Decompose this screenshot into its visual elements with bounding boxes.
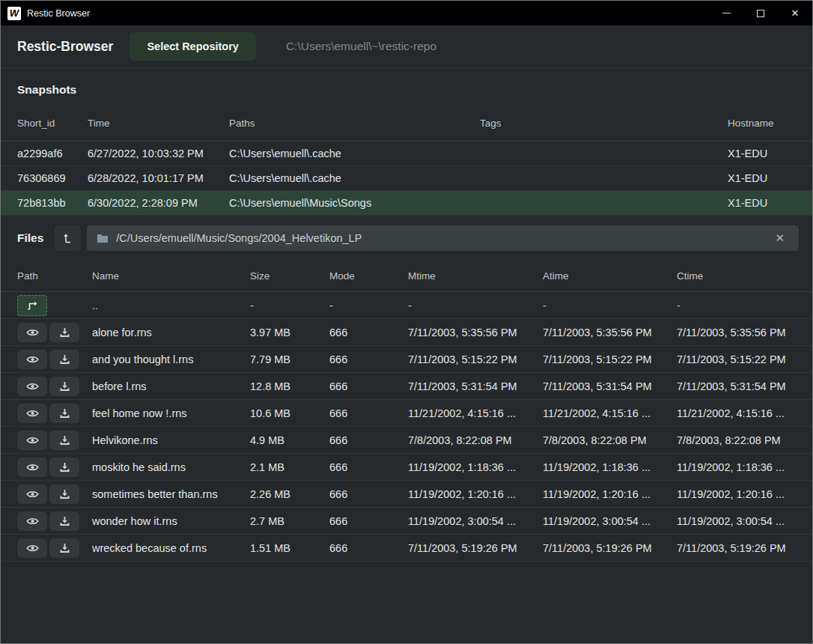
- file-mode: -: [329, 300, 408, 312]
- file-mtime: 11/19/2002, 1:18:36 ...: [408, 461, 543, 473]
- current-path-input[interactable]: /C/Users/emuell/Music/Songs/2004_Helveti…: [87, 225, 799, 251]
- snapshot-paths: C:\Users\emuell\Music\Songs: [229, 197, 480, 209]
- file-mtime: 11/21/2002, 4:15:16 ...: [408, 407, 543, 419]
- snapshot-row[interactable]: a2299af6 6/27/2022, 10:03:32 PM C:\Users…: [1, 142, 812, 166]
- close-icon: ✕: [791, 7, 800, 19]
- file-row[interactable]: alone for.rns 3.97 MB 666 7/11/2003, 5:3…: [1, 319, 812, 346]
- file-row[interactable]: feel home now !.rns 10.6 MB 666 11/21/20…: [1, 400, 812, 427]
- preview-file-button[interactable]: [17, 484, 47, 504]
- eye-icon: [26, 381, 39, 392]
- snapshot-short-id: 76306869: [17, 172, 88, 184]
- column-header-path: Path: [17, 270, 92, 282]
- preview-file-button[interactable]: [17, 431, 47, 450]
- column-header-tags: Tags: [480, 118, 728, 129]
- snapshot-row[interactable]: 76306869 6/28/2022, 10:01:17 PM C:\Users…: [1, 166, 812, 191]
- minimize-button[interactable]: [709, 1, 743, 25]
- parent-directory-button[interactable]: [17, 295, 47, 316]
- file-size: 2.26 MB: [250, 488, 329, 500]
- clear-path-button[interactable]: ✕: [767, 231, 789, 246]
- file-name: wrecked because of.rns: [92, 542, 250, 554]
- file-row[interactable]: wonder how it.rns 2.7 MB 666 11/19/2002,…: [1, 508, 812, 535]
- file-ctime: 7/8/2003, 8:22:08 PM: [677, 434, 812, 446]
- column-header-size: Size: [250, 270, 329, 282]
- up-right-arrow-icon: [26, 300, 38, 311]
- download-file-button[interactable]: [49, 538, 79, 558]
- download-icon: [59, 408, 70, 419]
- column-header-mode: Mode: [329, 270, 408, 282]
- download-file-button[interactable]: [49, 484, 79, 504]
- eye-icon: [26, 354, 39, 365]
- column-header-short-id: Short_id: [17, 118, 88, 129]
- file-mode: 666: [329, 542, 408, 554]
- file-size: 1.51 MB: [250, 542, 329, 554]
- preview-file-button[interactable]: [17, 458, 47, 477]
- file-mtime: 7/8/2003, 8:22:08 PM: [408, 434, 543, 446]
- download-icon: [59, 543, 70, 553]
- file-name: before l.rns: [92, 380, 250, 392]
- folder-icon: [97, 233, 109, 243]
- file-ctime: 7/11/2003, 5:19:26 PM: [677, 542, 812, 554]
- snapshot-hostname: X1-EDU: [728, 197, 812, 209]
- file-row[interactable]: before l.rns 12.8 MB 666 7/11/2003, 5:31…: [1, 373, 812, 400]
- download-file-button[interactable]: [49, 511, 79, 531]
- file-mode: 666: [329, 353, 408, 365]
- file-mtime: -: [408, 300, 543, 312]
- go-up-level-button[interactable]: [55, 225, 81, 251]
- file-atime: 7/11/2003, 5:35:56 PM: [543, 326, 677, 338]
- file-mtime: 7/11/2003, 5:19:26 PM: [408, 542, 543, 554]
- snapshot-hostname: X1-EDU: [728, 172, 812, 184]
- download-icon: [59, 327, 70, 338]
- download-file-button[interactable]: [49, 431, 79, 450]
- files-toolbar: Files /C/Users/emuell/Music/Songs/2004_H…: [1, 216, 812, 261]
- eye-icon: [26, 435, 39, 446]
- download-file-button[interactable]: [49, 458, 79, 477]
- snapshots-heading: Snapshots: [1, 68, 812, 106]
- download-icon: [59, 516, 70, 526]
- file-mode: 666: [329, 515, 408, 527]
- download-file-button[interactable]: [49, 323, 79, 342]
- repository-path: C:\Users\emuell\~\restic-repo: [286, 40, 436, 53]
- current-path-text: /C/Users/emuell/Music/Songs/2004_Helveti…: [116, 232, 767, 244]
- file-mode: 666: [329, 488, 408, 500]
- column-header-time: Time: [88, 118, 229, 129]
- download-icon: [59, 489, 70, 499]
- file-name: ..: [92, 300, 250, 312]
- close-button[interactable]: ✕: [778, 1, 812, 25]
- eye-icon: [26, 516, 39, 526]
- file-row[interactable]: sometimes better than.rns 2.26 MB 666 11…: [1, 481, 812, 508]
- file-size: -: [250, 300, 329, 312]
- file-mtime: 7/11/2003, 5:35:56 PM: [408, 326, 543, 338]
- column-header-paths: Paths: [229, 118, 480, 129]
- download-file-button[interactable]: [49, 377, 79, 396]
- preview-file-button[interactable]: [17, 404, 47, 423]
- file-row[interactable]: moskito he said.rns 2.1 MB 666 11/19/200…: [1, 454, 812, 481]
- files-table-header: Path Name Size Mode Mtime Atime Ctime: [1, 261, 812, 292]
- eye-icon: [26, 408, 39, 419]
- preview-file-button[interactable]: [17, 377, 47, 396]
- file-row[interactable]: Helvikone.rns 4.9 MB 666 7/8/2003, 8:22:…: [1, 427, 812, 454]
- app-header: Restic-Browser Select Repository C:\User…: [1, 25, 812, 68]
- select-repository-button[interactable]: Select Repository: [130, 32, 256, 61]
- preview-file-button[interactable]: [17, 350, 47, 369]
- download-file-button[interactable]: [49, 404, 79, 423]
- file-row[interactable]: wrecked because of.rns 1.51 MB 666 7/11/…: [1, 535, 812, 562]
- file-mtime: 7/11/2003, 5:15:22 PM: [408, 353, 543, 365]
- file-mode: 666: [329, 380, 408, 392]
- minimize-icon: [722, 13, 731, 13]
- parent-directory-row[interactable]: .. - - - - -: [1, 292, 812, 319]
- maximize-button[interactable]: [743, 1, 778, 25]
- file-ctime: -: [677, 300, 812, 312]
- file-row[interactable]: and you thought l.rns 7.79 MB 666 7/11/2…: [1, 346, 812, 373]
- file-size: 2.7 MB: [250, 515, 329, 527]
- snapshot-row-selected[interactable]: 72b813bb 6/30/2022, 2:28:09 PM C:\Users\…: [1, 191, 812, 216]
- snapshot-hostname: X1-EDU: [728, 148, 812, 160]
- preview-file-button[interactable]: [17, 323, 47, 342]
- file-name: feel home now !.rns: [92, 407, 250, 419]
- download-file-button[interactable]: [49, 350, 79, 369]
- file-ctime: 7/11/2003, 5:35:56 PM: [677, 326, 812, 338]
- titlebar: W Restic Browser ✕: [1, 1, 812, 25]
- eye-icon: [26, 462, 39, 473]
- preview-file-button[interactable]: [17, 538, 47, 558]
- preview-file-button[interactable]: [17, 511, 47, 531]
- snapshot-time: 6/27/2022, 10:03:32 PM: [88, 148, 229, 160]
